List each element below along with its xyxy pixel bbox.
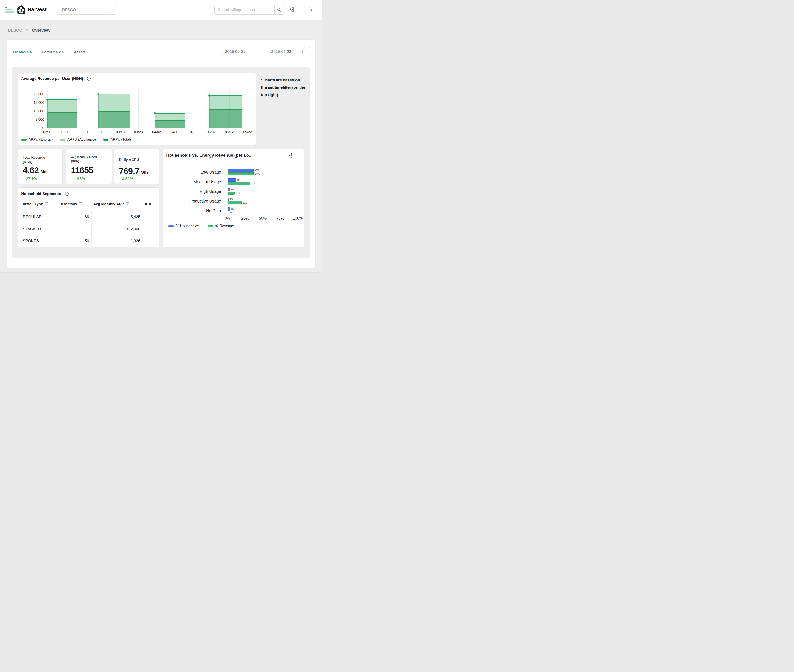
org-select[interactable]: DESCO [59, 5, 116, 14]
bar-value-label: 3% [231, 208, 234, 210]
app-screen: Harvest DESCO ⚙ DESCO > Overview Financi… [0, 0, 322, 273]
kpi-value-row: 11655 [71, 166, 93, 175]
legend-swatch [208, 225, 213, 227]
calendar-icon [302, 49, 306, 54]
x-tick-label: 04/12 [166, 130, 184, 134]
filter-icon[interactable] [79, 202, 82, 206]
tab-assets[interactable]: Assets [74, 50, 86, 59]
legend-item[interactable]: ARPU (Appliance) [60, 138, 96, 142]
legend-label: % Revenue [215, 224, 234, 228]
category-label: No Data [167, 208, 221, 213]
bar-segment-energy [98, 111, 130, 128]
column-header-label: # Installs [61, 202, 77, 206]
search-group [214, 5, 284, 14]
date-range-picker[interactable]: 2025-02-01 → 2025-05-23 [222, 46, 310, 56]
grid-line [138, 89, 139, 128]
column-header: # Installs [59, 202, 91, 206]
legend-item[interactable]: % Revenue [208, 224, 234, 228]
table-cell: 5,425 [91, 211, 143, 223]
bar-revenue [228, 172, 254, 175]
breadcrumb-item-desco[interactable]: DESCO [8, 28, 22, 32]
bar-households [228, 178, 236, 182]
table-cell: REGULAR [18, 211, 59, 223]
legend-label: ARPU (Energy) [29, 138, 53, 142]
bar-revenue [228, 182, 250, 185]
topbar: Harvest DESCO ⚙ [0, 0, 322, 20]
kpi-value: 769.7 [119, 166, 140, 176]
kpi-delta: ↑ 3.52% [119, 177, 133, 181]
column-header: Install Type [18, 202, 59, 206]
filter-icon[interactable] [126, 202, 129, 206]
kpi-title: Total Revenue (NGN) [23, 155, 50, 164]
legend-label: ARPU (Total) [111, 138, 131, 142]
org-select-value: DESCO [62, 8, 76, 12]
bar-value-label: 3% [231, 188, 234, 191]
bar-value-label: 12% [237, 179, 241, 181]
y-tick-label: 20,000 [25, 92, 44, 96]
tab-financials[interactable]: Financials [13, 50, 32, 59]
menu-icon[interactable] [5, 7, 15, 13]
bar-value-label: 0% [229, 211, 232, 214]
table-body: REGULAR685,425STACKED1162,000SPOKES501,3… [18, 211, 159, 246]
gear-icon[interactable]: ⚙ [289, 6, 295, 13]
table-cell [143, 223, 159, 235]
x-tick-label: 05/02 [202, 130, 220, 134]
segments-table-card: Household Segments Install Type# Install… [18, 187, 159, 248]
legend-item[interactable]: % Households [168, 224, 199, 228]
x-tick-label: 0% [220, 216, 235, 221]
households-chart-card: Households vs. Energy Revenue (per Lo...… [163, 149, 304, 248]
breadcrumb-separator: > [26, 28, 29, 32]
tab-performance[interactable]: Performance [42, 50, 64, 59]
date-end: 2025-05-23 [271, 49, 291, 54]
x-tick-label: 02/21 [75, 130, 93, 134]
legend-item[interactable]: ARPU (Total) [103, 138, 131, 142]
column-header: ARP [143, 202, 159, 206]
x-tick-label: 05/12 [220, 130, 238, 134]
kpi-value: 4.62 [23, 166, 39, 175]
kpi-title: Daily ACPU [119, 157, 158, 162]
table-header: Install Type# InstallsAvg Monthly ARPARP [18, 202, 159, 206]
bar-segment-appliance [155, 113, 185, 120]
kpi-delta: ↑ 27.1% [23, 177, 37, 181]
tabs: FinancialsPerformanceAssets [13, 50, 86, 59]
total-marker-dot [98, 93, 99, 95]
table-row: SPOKES501,326 [18, 235, 159, 246]
bar-segment-energy [155, 120, 185, 128]
legend-swatch [168, 225, 174, 227]
y-tick-label: 0 [25, 126, 44, 130]
tabs-divider [13, 59, 310, 59]
legend-label: % Households [176, 224, 199, 228]
logout-icon[interactable] [308, 7, 314, 14]
table-row: STACKED1162,000 [18, 223, 159, 235]
bar-households [228, 208, 230, 211]
x-tick-label: 02/11 [57, 130, 75, 134]
category-label: Low Usage [167, 170, 221, 174]
filter-icon[interactable] [45, 202, 48, 206]
legend-item[interactable]: ARPU (Energy) [21, 138, 53, 142]
bar-revenue [228, 192, 235, 195]
bar-households [228, 188, 230, 191]
kpi-delta: ↑ 1.96% [71, 177, 85, 181]
kpi-value-row: 769.7Wh [119, 166, 148, 176]
x-tick-label: 04/22 [184, 130, 202, 134]
bar-segment-appliance [48, 99, 77, 112]
legend-swatch [60, 139, 65, 141]
info-icon[interactable] [65, 192, 69, 196]
column-header-label: Avg Monthly ARP [93, 202, 124, 206]
search-button[interactable] [274, 5, 284, 14]
kpi-card-0: Total Revenue (NGN)4.62Mil↑ 27.1% [18, 149, 63, 184]
x-tick-label: 03/23 [130, 130, 148, 134]
segments-table-title: Household Segments [21, 192, 61, 196]
column-header-label: Install Type [23, 202, 43, 206]
table-row: REGULAR685,425 [18, 211, 159, 223]
active-tab-underline [13, 59, 34, 59]
households-plot: 0%25%50%75%100%Low Usage37%38%Medium Usa… [163, 149, 304, 248]
breadcrumb: DESCO > Overview [8, 28, 50, 33]
arpu-plot: 05,00010,00015,00020,00002/0102/1102/210… [18, 73, 256, 145]
legend-swatch [103, 139, 109, 141]
households-legend: % Households% Revenue [168, 224, 234, 228]
bar-revenue [228, 211, 228, 214]
bar-households [228, 198, 229, 201]
search-input[interactable] [214, 5, 274, 14]
table-cell: 1,326 [91, 235, 143, 246]
